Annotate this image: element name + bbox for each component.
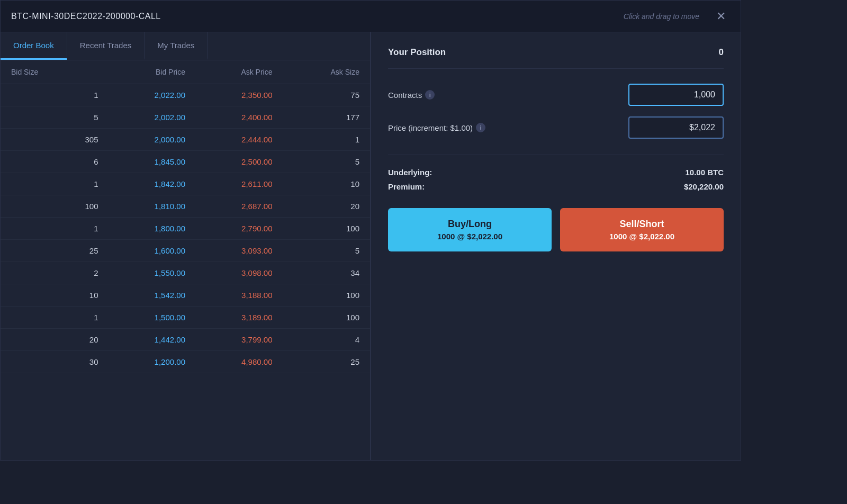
ask-price-cell: 3,098.00: [185, 268, 273, 277]
bid-size-cell: 6: [11, 157, 98, 166]
tabs-bar: Order Book Recent Trades My Trades: [1, 32, 370, 60]
table-row[interactable]: 6 1,845.00 2,500.00 5: [1, 151, 370, 173]
sell-button-label-sub: 1000 @ $2,022.00: [569, 231, 715, 242]
bid-price-cell: 1,550.00: [98, 268, 186, 277]
contracts-row: Contracts i: [388, 84, 724, 106]
divider-2: [388, 155, 724, 155]
table-row[interactable]: 1 2,022.00 2,350.00 75: [1, 84, 370, 106]
order-book-rows: 1 2,022.00 2,350.00 75 5 2,002.00 2,400.…: [1, 84, 370, 373]
divider-1: [388, 68, 724, 69]
table-row[interactable]: 305 2,000.00 2,444.00 1: [1, 129, 370, 151]
ask-price-cell: 2,611.00: [185, 179, 273, 188]
buy-button-label-sub: 1000 @ $2,022.00: [397, 231, 543, 242]
table-row[interactable]: 30 1,200.00 4,980.00 25: [1, 351, 370, 373]
price-input[interactable]: [628, 116, 724, 139]
table-row[interactable]: 5 2,002.00 2,400.00 177: [1, 106, 370, 129]
ask-price-cell: 3,093.00: [185, 246, 273, 255]
ask-price-cell: 2,350.00: [185, 91, 273, 100]
ask-size-cell: 20: [273, 202, 360, 211]
main-window: BTC-MINI-30DEC2022-200000-CALL Click and…: [0, 0, 741, 461]
bid-size-cell: 20: [11, 335, 98, 344]
price-row: Price (increment: $1.00) i: [388, 116, 724, 139]
ask-size-cell: 100: [273, 313, 360, 322]
premium-value: $20,220.00: [684, 182, 724, 191]
ask-price-cell: 2,687.00: [185, 202, 273, 211]
bid-price-cell: 1,845.00: [98, 157, 186, 166]
order-book-header: Bid Size Bid Price Ask Price Ask Size: [1, 60, 370, 84]
table-row[interactable]: 1 1,800.00 2,790.00 100: [1, 218, 370, 240]
ask-price-cell: 2,444.00: [185, 135, 273, 144]
ask-price-cell: 3,188.00: [185, 291, 273, 300]
ask-size-cell: 4: [273, 335, 360, 344]
sell-button-label-main: Sell/Short: [569, 218, 715, 231]
bid-size-cell: 25: [11, 246, 98, 255]
underlying-value: 10.00 BTC: [685, 168, 724, 177]
table-row[interactable]: 1 1,500.00 3,189.00 100: [1, 307, 370, 329]
ask-price-cell: 3,189.00: [185, 313, 273, 322]
order-book-panel: Bid Size Bid Price Ask Price Ask Size 1 …: [1, 60, 370, 460]
bid-price-cell: 1,442.00: [98, 335, 186, 344]
ask-size-cell: 10: [273, 179, 360, 188]
tab-order-book[interactable]: Order Book: [1, 32, 67, 60]
contracts-input[interactable]: [628, 84, 724, 106]
table-row[interactable]: 25 1,600.00 3,093.00 5: [1, 240, 370, 262]
bid-size-cell: 1: [11, 179, 98, 188]
header-ask-price: Ask Price: [185, 68, 273, 76]
table-row[interactable]: 20 1,442.00 3,799.00 4: [1, 329, 370, 351]
titlebar: BTC-MINI-30DEC2022-200000-CALL Click and…: [1, 1, 741, 32]
header-ask-size: Ask Size: [273, 68, 360, 76]
bid-size-cell: 2: [11, 268, 98, 277]
underlying-row: Underlying: 10.00 BTC: [388, 168, 724, 177]
ask-price-cell: 2,400.00: [185, 113, 273, 122]
bid-size-cell: 305: [11, 135, 98, 144]
drag-hint: Click and drag to move: [624, 12, 699, 21]
window-title: BTC-MINI-30DEC2022-200000-CALL: [11, 12, 161, 21]
close-button[interactable]: ✕: [712, 8, 730, 24]
titlebar-right: Click and drag to move ✕: [624, 8, 730, 24]
position-value: 0: [719, 47, 724, 58]
tab-recent-trades[interactable]: Recent Trades: [67, 32, 145, 60]
bid-price-cell: 1,810.00: [98, 202, 186, 211]
bid-price-cell: 1,600.00: [98, 246, 186, 255]
bid-size-cell: 5: [11, 113, 98, 122]
premium-row: Premium: $20,220.00: [388, 182, 724, 191]
left-panel: Order Book Recent Trades My Trades Bid S…: [1, 32, 371, 460]
main-layout: Order Book Recent Trades My Trades Bid S…: [1, 32, 741, 460]
bid-price-cell: 2,002.00: [98, 113, 186, 122]
ask-size-cell: 75: [273, 91, 360, 100]
table-row[interactable]: 2 1,550.00 3,098.00 34: [1, 262, 370, 284]
table-row[interactable]: 100 1,810.00 2,687.00 20: [1, 195, 370, 218]
contracts-label: Contracts i: [388, 90, 435, 100]
ask-size-cell: 1: [273, 135, 360, 144]
bid-price-cell: 1,542.00: [98, 291, 186, 300]
ask-size-cell: 25: [273, 357, 360, 366]
bid-size-cell: 10: [11, 291, 98, 300]
table-row[interactable]: 1 1,842.00 2,611.00 10: [1, 173, 370, 195]
ask-size-cell: 5: [273, 246, 360, 255]
buy-long-button[interactable]: Buy/Long 1000 @ $2,022.00: [388, 208, 552, 251]
underlying-label: Underlying:: [388, 168, 432, 177]
bid-price-cell: 1,500.00: [98, 313, 186, 322]
position-label: Your Position: [388, 47, 446, 58]
ask-size-cell: 100: [273, 291, 360, 300]
header-bid-price: Bid Price: [98, 68, 186, 76]
premium-label: Premium:: [388, 182, 425, 191]
ask-price-cell: 4,980.00: [185, 357, 273, 366]
price-info-icon[interactable]: i: [476, 123, 485, 132]
contracts-info-icon[interactable]: i: [425, 90, 435, 100]
bid-size-cell: 100: [11, 202, 98, 211]
header-bid-size: Bid Size: [11, 68, 98, 76]
action-buttons: Buy/Long 1000 @ $2,022.00 Sell/Short 100…: [388, 208, 724, 251]
table-row[interactable]: 10 1,542.00 3,188.00 100: [1, 284, 370, 307]
sell-short-button[interactable]: Sell/Short 1000 @ $2,022.00: [560, 208, 724, 251]
ask-size-cell: 100: [273, 224, 360, 233]
position-row: Your Position 0: [388, 47, 724, 58]
buy-button-label-main: Buy/Long: [397, 218, 543, 231]
bid-size-cell: 1: [11, 224, 98, 233]
bid-size-cell: 30: [11, 357, 98, 366]
bid-price-cell: 1,800.00: [98, 224, 186, 233]
right-panel: Your Position 0 Contracts i Price (incre…: [371, 32, 741, 460]
bid-size-cell: 1: [11, 91, 98, 100]
price-label: Price (increment: $1.00) i: [388, 123, 485, 132]
tab-my-trades[interactable]: My Trades: [145, 32, 208, 60]
